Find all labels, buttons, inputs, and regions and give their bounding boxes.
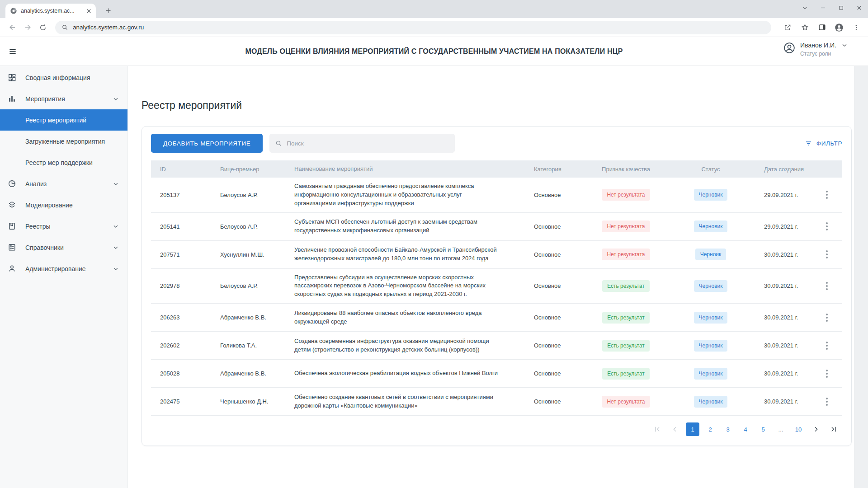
- sidebar-item-label: Администрирование: [25, 265, 103, 272]
- window-close-button[interactable]: [850, 0, 868, 15]
- column-header-category: Категория: [523, 166, 586, 173]
- cell-event-name: Обеспечено создание квантовых сетей в со…: [285, 393, 523, 410]
- sidebar-item-events[interactable]: Мероприятия: [0, 88, 127, 109]
- add-event-button[interactable]: ДОБАВИТЬ МЕРОПРИЯТИЕ: [151, 134, 263, 153]
- cell-id: 202602: [151, 342, 211, 349]
- page-button-1[interactable]: 1: [686, 422, 699, 436]
- cell-vice-premier: Чернышенко Д.Н.: [211, 398, 285, 405]
- table-header-row: ID Вице-премьер Наименование мероприятий…: [151, 160, 842, 178]
- status-badge: Черновик: [694, 280, 728, 292]
- column-header-status: Статус: [665, 166, 756, 173]
- pagination-next-icon[interactable]: [809, 422, 823, 436]
- quality-badge: Есть результат: [602, 340, 650, 352]
- page-button-2[interactable]: 2: [703, 422, 717, 436]
- forward-button[interactable]: [20, 20, 35, 35]
- row-actions-kebab-icon[interactable]: [824, 312, 830, 324]
- sidebar-item-summary[interactable]: Сводная информация: [0, 67, 127, 88]
- user-menu[interactable]: Иванов И.И. Статус роли: [783, 42, 848, 57]
- table-row: 205141 Белоусов А.Р. Субъектам МСП обесп…: [151, 213, 842, 241]
- cell-vice-premier: Белоусов А.Р.: [211, 192, 285, 198]
- row-actions-kebab-icon[interactable]: [824, 396, 830, 408]
- filter-button[interactable]: ФИЛЬТР: [805, 140, 842, 147]
- row-actions-kebab-icon[interactable]: [824, 221, 830, 232]
- cell-category: Основное: [523, 282, 586, 289]
- row-actions-kebab-icon[interactable]: [824, 249, 830, 260]
- reload-button[interactable]: [35, 20, 51, 35]
- cell-created-date: 30.09.2021 г.: [756, 314, 812, 321]
- sidebar-item-analysis[interactable]: Анализ: [0, 173, 127, 194]
- pagination-last-icon[interactable]: [827, 422, 840, 436]
- browser-profile-avatar[interactable]: [832, 20, 846, 35]
- cell-category: Основное: [523, 342, 586, 349]
- cell-id: 206263: [151, 314, 211, 321]
- dashboard-icon: [7, 73, 16, 82]
- chevron-down-icon: [112, 244, 119, 251]
- new-tab-button[interactable]: [101, 4, 115, 17]
- cell-id: 205028: [151, 370, 211, 377]
- chevron-down-icon: [112, 95, 119, 103]
- row-actions-kebab-icon[interactable]: [824, 280, 830, 292]
- page-button-5[interactable]: 5: [756, 422, 770, 436]
- cell-event-name: Обеспечена экологическая реабилитация во…: [285, 369, 523, 378]
- quality-badge: Нет результата: [602, 249, 650, 260]
- row-actions-kebab-icon[interactable]: [824, 340, 830, 352]
- sidebar-item-modeling[interactable]: Моделирование: [0, 194, 127, 216]
- tab-close-icon[interactable]: [85, 8, 92, 14]
- row-actions-kebab-icon[interactable]: [824, 368, 830, 380]
- sidebar-item-label: Реестр мероприятий: [25, 117, 119, 124]
- pagination-prev-icon[interactable]: [668, 422, 682, 436]
- cell-id: 205137: [151, 192, 211, 198]
- sidebar-item-reference-books[interactable]: Справочники: [0, 237, 127, 258]
- browser-toolbar: analytics.system.ac.gov.ru: [0, 18, 868, 37]
- cell-id: 202475: [151, 398, 211, 405]
- browser-menu-kebab-icon[interactable]: [849, 20, 863, 35]
- search-box[interactable]: [269, 134, 455, 153]
- row-actions-kebab-icon[interactable]: [824, 189, 830, 201]
- sidebar-item-support-measures-registry[interactable]: Реестр мер поддержки: [0, 152, 127, 173]
- table-row: 206263 Абрамченко В.В. Ликвидированы 88 …: [151, 304, 842, 332]
- menu-hamburger-icon[interactable]: [4, 42, 22, 61]
- cell-vice-premier: Абрамченко В.В.: [211, 370, 285, 377]
- window-maximize-button[interactable]: [832, 0, 850, 15]
- user-name: Иванов И.И.: [800, 42, 836, 49]
- table-row: 205028 Абрамченко В.В. Обеспечена эколог…: [151, 360, 842, 388]
- page-button-4[interactable]: 4: [739, 422, 752, 436]
- cell-id: 202978: [151, 282, 211, 289]
- cell-id: 205141: [151, 223, 211, 230]
- sidebar-item-label: Справочники: [25, 244, 103, 251]
- chevron-down-icon: [112, 265, 119, 272]
- side-panel-icon[interactable]: [815, 20, 829, 35]
- address-bar[interactable]: analytics.system.ac.gov.ru: [55, 21, 771, 34]
- status-badge: Черновик: [694, 189, 728, 201]
- sidebar-item-registries[interactable]: Реестры: [0, 216, 127, 237]
- share-icon[interactable]: [780, 20, 795, 35]
- page-button-3[interactable]: 3: [721, 422, 735, 436]
- cell-created-date: 30.09.2021 г.: [756, 282, 812, 289]
- back-button[interactable]: [5, 20, 20, 35]
- sidebar-item-label: Реестр мер поддержки: [25, 159, 119, 166]
- sidebar-item-administration[interactable]: Администрирование: [0, 258, 127, 279]
- quality-badge: Нет результата: [602, 396, 650, 408]
- cell-category: Основное: [523, 370, 586, 377]
- search-input[interactable]: [287, 140, 449, 147]
- pagination-first-icon[interactable]: [651, 422, 664, 436]
- bookmark-star-icon[interactable]: [797, 20, 812, 35]
- cell-event-name: Самозанятым гражданам обеспечено предост…: [285, 182, 523, 208]
- status-badge: Черновик: [694, 221, 728, 232]
- events-registry-card: ДОБАВИТЬ МЕРОПРИЯТИЕ ФИЛЬТР ID: [142, 126, 852, 446]
- page-scrollbar[interactable]: [854, 66, 868, 488]
- window-minimize-button[interactable]: [814, 0, 832, 15]
- app-header: МОДЕЛЬ ОЦЕНКИ ВЛИЯНИЯ МЕРОПРИЯТИЙ С ГОСУ…: [0, 37, 868, 66]
- sidebar-item-events-registry[interactable]: Реестр мероприятий: [0, 109, 127, 131]
- sidebar-item-label: Загруженные мероприятия: [25, 138, 119, 145]
- sidebar-item-uploaded-events[interactable]: Загруженные мероприятия: [0, 131, 127, 152]
- browser-tab[interactable]: analytics.system.ac...: [5, 4, 96, 18]
- quality-badge: Нет результата: [602, 189, 650, 201]
- page-button-10[interactable]: 10: [792, 422, 805, 436]
- cell-event-name: Создана современная инфраструктура оказа…: [285, 337, 523, 354]
- pie-chart-icon: [7, 179, 16, 188]
- bar-chart-icon: [7, 94, 16, 103]
- tab-search-chevron-icon[interactable]: [796, 0, 814, 15]
- quality-badge: Нет результата: [602, 221, 650, 232]
- status-badge: Черновик: [694, 340, 728, 352]
